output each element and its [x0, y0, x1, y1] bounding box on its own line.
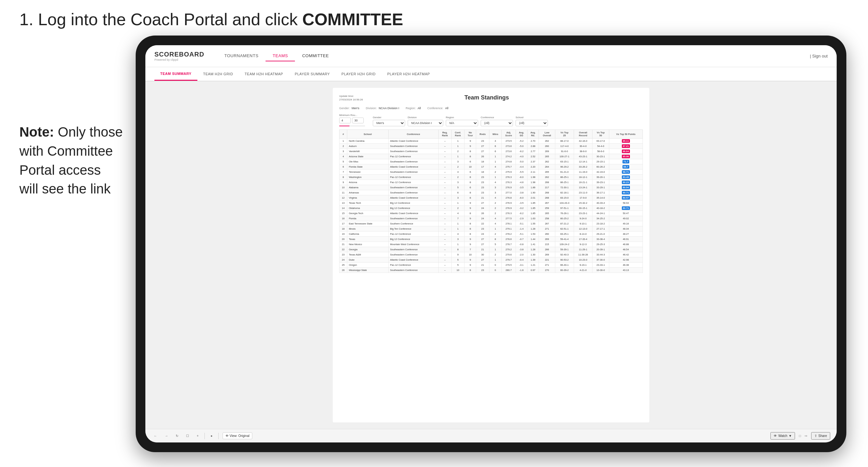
col-vs-top-50: Vs Top50 — [592, 130, 609, 138]
toolbar-clock[interactable]: ● — [209, 433, 215, 439]
conference-value: All — [445, 106, 448, 110]
note-section: Note: Only those with Committee Portal a… — [20, 123, 123, 198]
table-body: 1North CarolinaAtlantic Coast Conference… — [340, 138, 643, 273]
gender-control: Gender Men's — [373, 116, 405, 126]
panel-header: Update time: 27/03/2024 16:56:26 Team St… — [339, 94, 643, 101]
toolbar-icon-2[interactable]: ⇨ — [805, 434, 807, 438]
table-row[interactable]: 13Texas TechBig 12 Conference–19272276.9… — [340, 200, 643, 206]
col-wins: Wins — [489, 130, 502, 138]
watch-button[interactable]: 👁 Watch ▼ — [770, 432, 795, 440]
gender-value: Men's — [352, 106, 360, 110]
table-row[interactable]: 14OklahomaBig 12 Conference–29242276.9-3… — [340, 206, 643, 211]
toolbar-icon-1[interactable]: □ — [799, 434, 801, 438]
toolbar-reload[interactable]: ↻ — [174, 433, 180, 439]
region-value: All — [418, 106, 421, 110]
sub-nav-team-summary[interactable]: TEAM SUMMARY — [154, 67, 197, 81]
table-row[interactable]: 10AlabamaSoutheastern Conference–5623327… — [340, 185, 643, 190]
tablet-screen: SCOREBOARD Powered by clippd TOURNAMENTS… — [145, 45, 837, 442]
table-row[interactable]: 12VirginiaAtlantic Coast Conference–3821… — [340, 195, 643, 200]
scoreboard-logo: SCOREBOARD Powered by clippd — [154, 51, 204, 61]
table-row[interactable]: 22GeorgiaSoutheastern Conference–8721127… — [340, 247, 643, 252]
main-panel: Update time: 27/03/2024 16:56:26 Team St… — [333, 88, 649, 423]
tablet-frame: SCOREBOARD Powered by clippd TOURNAMENTS… — [136, 35, 846, 452]
table-row[interactable]: 5Ole MissSoutheastern Conference–3618127… — [340, 159, 643, 164]
table-row[interactable]: 4Arizona StatePac-12 Conference–18261274… — [340, 154, 643, 159]
division-select[interactable]: NCAA Division I — [408, 120, 443, 126]
conference-select[interactable]: (All) — [481, 120, 513, 126]
table-row[interactable]: 25OregonPac-12 Conference–59210279.5-3.1… — [340, 262, 643, 268]
col-avg-rd: Avg.Rd. — [527, 130, 539, 138]
instruction-text: Log into the Coach Portal and click — [33, 10, 302, 29]
division-control: Division NCAA Division I — [408, 116, 443, 126]
table-row[interactable]: 3VanderbiltSoutheastern Conference–28276… — [340, 149, 643, 154]
table-row[interactable]: 20TexasBig 12 Conference–39278278.6-0.71… — [340, 237, 643, 242]
table-row[interactable]: 24DukeAtlantic Coast Conference–59271279… — [340, 257, 643, 262]
step-number: 1. — [20, 10, 33, 29]
sub-nav-team-h2h-heatmap[interactable]: TEAM H2H HEATMAP — [239, 67, 289, 81]
table-row[interactable]: 8WashingtonPac-12 Conference–28231276.3-… — [340, 175, 643, 180]
note-bold: Note: — [20, 124, 54, 139]
sub-nav-team-h2h-grid[interactable]: TEAM H2H GRID — [197, 67, 239, 81]
gender-select[interactable]: Men's — [373, 120, 405, 126]
table-row[interactable]: 19CaliforniaPac-12 Conference–48242278.2… — [340, 231, 643, 237]
table-row[interactable]: 1North CarolinaAtlantic Coast Conference… — [340, 138, 643, 144]
region-control: Region N/A — [446, 116, 478, 126]
table-row[interactable]: 15Georgia TechAtlantic Coast Conference–… — [340, 211, 643, 216]
col-low: LowOverall — [539, 130, 555, 138]
table-row[interactable]: 7TennesseeSoutheastern Conference–461822… — [340, 169, 643, 175]
view-original-button[interactable]: 👁 View: Original — [223, 432, 252, 439]
min-rounds-input[interactable] — [339, 118, 351, 123]
table-row[interactable]: 21New MexicoMountain West Conference–192… — [340, 242, 643, 247]
division-value: NCAA Division I — [379, 106, 399, 110]
logo-main: SCOREBOARD — [154, 51, 204, 58]
toolbar-bookmark[interactable]: + — [195, 433, 200, 439]
nav-committee[interactable]: COMMITTEE — [295, 51, 336, 61]
view-original-label: View: Original — [230, 434, 250, 438]
share-button[interactable]: ⇧ Share — [811, 432, 830, 440]
col-overall-record: OverallRecord — [574, 130, 592, 138]
table-row[interactable]: 17East Tennessee StateSouthern Conferenc… — [340, 221, 643, 226]
region-label: Region: — [406, 106, 416, 110]
min-rounds-control: Minimum Rou... — [339, 114, 365, 126]
sub-nav-player-h2h-grid[interactable]: PLAYER H2H GRID — [336, 67, 381, 81]
table-row[interactable]: 16FloridaSoutheastern Conference–7924427… — [340, 216, 643, 221]
toolbar-share-small[interactable]: ☐ — [184, 433, 191, 439]
update-time-value: 27/03/2024 16:56:26 — [339, 98, 363, 101]
nav-tournaments[interactable]: TOURNAMENTS — [217, 51, 266, 61]
region-select[interactable]: N/A — [446, 120, 478, 126]
school-control: School (All) — [516, 116, 548, 126]
filter-region: Region: All — [406, 106, 421, 110]
sub-nav-player-h2h-heatmap[interactable]: PLAYER H2H HEATMAP — [381, 67, 436, 81]
col-school: School — [347, 130, 388, 138]
max-rounds-input[interactable] — [352, 118, 364, 123]
conference-label: Conference: — [427, 106, 443, 110]
filter-gender: Gender: Men's — [339, 106, 359, 110]
toolbar-right: 👁 Watch ▼ □ ⇨ ⇧ Share — [770, 432, 830, 440]
col-conference: Conference — [388, 130, 439, 138]
logo-sub: Powered by clippd — [154, 58, 204, 61]
bottom-toolbar: ← → ↻ ☐ + ● 👁 View: Original 👁 Watch ▼ □… — [145, 429, 837, 442]
col-vs-top-25: Vs Top25 — [555, 130, 574, 138]
division-label: Division: — [366, 106, 377, 110]
toolbar-forward[interactable]: → — [163, 433, 170, 439]
filter-division: Division: NCAA Division I — [366, 106, 399, 110]
table-row[interactable]: 9ArizonaPac-12 Conference–38234276.3-4.6… — [340, 180, 643, 185]
gender-label: Gender: — [339, 106, 350, 110]
table-row[interactable]: 23Texas A&MSoutheastern Conference–91030… — [340, 252, 643, 257]
table-row[interactable]: 2AuburnSoutheastern Conference–19276273.… — [340, 144, 643, 149]
table-row[interactable]: 6Florida StateAtlantic Coast Conference–… — [340, 164, 643, 169]
table-header-row: # School Conference Reg.Rank Conf.Rank N… — [340, 130, 643, 138]
sub-nav-player-summary[interactable]: PLAYER SUMMARY — [289, 67, 336, 81]
table-row[interactable]: 11ArkansasSoutheastern Conference–682332… — [340, 190, 643, 195]
school-select[interactable]: (All) — [516, 120, 548, 126]
table-row[interactable]: 26Mississippi StateSoutheastern Conferen… — [340, 268, 643, 273]
conference-control: Conference (All) — [481, 116, 513, 126]
sign-out-link[interactable]: | Sign out — [810, 54, 828, 58]
col-avg-sg: Avg.SG — [516, 130, 527, 138]
toolbar-separator-1 — [205, 433, 205, 439]
table-row[interactable]: 18IllinoisBig Ten Conference–18231279.1-… — [340, 226, 643, 231]
toolbar-back[interactable]: ← — [152, 433, 159, 439]
col-vs-top-50-pts: Vs Top 50 Points — [609, 130, 643, 138]
sub-nav: TEAM SUMMARY TEAM H2H GRID TEAM H2H HEAT… — [145, 67, 837, 82]
nav-teams[interactable]: TEAMS — [266, 51, 295, 61]
